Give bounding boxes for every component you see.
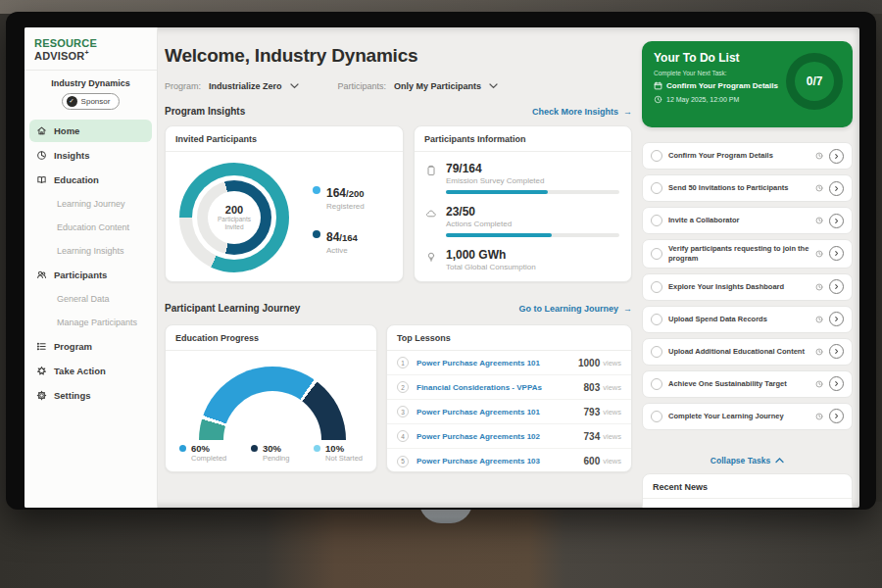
consumption-icon	[424, 248, 438, 271]
sidebar-item-education-content[interactable]: Education Content	[29, 217, 152, 238]
chevron-right-icon[interactable]	[829, 312, 844, 326]
chevron-up-icon	[775, 458, 784, 464]
todo-item[interactable]: Explore Your Insights Dashboard	[642, 273, 853, 301]
lesson-link[interactable]: Power Purchase Agreements 101	[416, 359, 578, 368]
main-content: Welcome, Industry Dynamics Program: Indu…	[165, 27, 632, 508]
chevron-right-icon[interactable]	[829, 279, 844, 294]
lesson-row: 2 Financial Considerations - VPPAs 803 v…	[387, 375, 631, 400]
legend-dot	[313, 186, 320, 194]
settings-icon	[36, 390, 47, 401]
sidebar-item-manage-participants[interactable]: Manage Participants	[29, 312, 152, 333]
page-title: Welcome, Industry Dynamics	[165, 45, 417, 67]
todo-item[interactable]: Achieve One Sustainability Target	[642, 370, 853, 398]
program-filter-label: Program:	[165, 81, 201, 91]
todo-item[interactable]: Send 50 Invitations to Participants	[642, 174, 853, 202]
chevron-right-icon[interactable]	[829, 246, 844, 261]
sidebar-item-participants[interactable]: Participants	[29, 264, 152, 286]
arrow-right-icon: →	[623, 304, 632, 314]
card-title: Participants Information	[415, 126, 631, 152]
sidebar-item-education[interactable]: Education	[29, 169, 152, 191]
collapse-tasks-link[interactable]: Collapse Tasks	[642, 456, 853, 466]
sidebar-item-take-action[interactable]: Take Action	[29, 360, 152, 382]
check-more-insights-link[interactable]: Check More Insights →	[532, 107, 632, 117]
todo-item[interactable]: Confirm Your Program Details	[642, 142, 853, 170]
dashboard-screen: RESOURCE ADVISOR+ Industry Dynamics ✓ Sp…	[24, 27, 859, 508]
participants-icon	[36, 270, 47, 280]
sidebar-item-general-data[interactable]: General Data	[29, 288, 152, 310]
actions-icon	[424, 205, 438, 237]
sponsor-badge: ✓ Sponsor	[62, 93, 121, 110]
insights-icon	[36, 150, 47, 161]
sidebar-item-label: Education	[54, 174, 99, 185]
metric-value: 79/164	[446, 162, 619, 175]
sidebar-item-learning-journey[interactable]: Learning Journey	[29, 193, 152, 215]
learning-journey-header: Participant Learning Journey Go to Learn…	[165, 303, 632, 314]
rank-badge: 1	[397, 357, 409, 368]
chevron-right-icon[interactable]	[829, 376, 844, 391]
lesson-row: 4 Power Purchase Agreements 102 734 view…	[387, 424, 631, 449]
lesson-row: 1 Power Purchase Agreements 101 1000 vie…	[387, 351, 631, 375]
clock-icon	[815, 152, 823, 160]
sidebar-item-home[interactable]: Home	[29, 120, 152, 142]
lesson-row: 3 Power Purchase Agreements 101 793 view…	[387, 400, 631, 424]
todo-item[interactable]: Verify participants requesting to join t…	[642, 239, 853, 269]
lesson-link[interactable]: Financial Considerations - VPPAs	[416, 383, 584, 392]
chevron-down-icon[interactable]	[489, 83, 498, 89]
section-title: Program Insights	[165, 106, 245, 117]
program-filter-value[interactable]: Industrialize Zero	[209, 81, 282, 91]
go-to-learning-journey-link[interactable]: Go to Learning Journey →	[518, 304, 632, 314]
checkbox[interactable]	[651, 411, 662, 422]
todo-item[interactable]: Invite a Collaborator	[642, 207, 853, 234]
todo-item[interactable]: Complete Your Learning Journey	[642, 403, 853, 430]
legend-completed: 60%Completed	[179, 443, 226, 463]
lesson-link[interactable]: Power Purchase Agreements 101	[416, 408, 584, 416]
survey-icon	[424, 162, 438, 194]
chevron-right-icon[interactable]	[829, 344, 844, 359]
chevron-right-icon[interactable]	[829, 149, 844, 164]
program-icon	[36, 341, 47, 352]
legend-pending: 30%Pending	[251, 443, 290, 463]
sidebar-item-label: Home	[54, 125, 79, 136]
gauge-center-value: 150	[199, 437, 346, 440]
sidebar-item-learning-insights[interactable]: Learning Insights	[29, 240, 152, 262]
education-progress-gauge: 150 Participants	[199, 367, 346, 440]
clock-icon	[815, 217, 823, 224]
chevron-right-icon[interactable]	[829, 409, 844, 423]
checkbox[interactable]	[651, 314, 662, 325]
chevron-down-icon[interactable]	[290, 83, 299, 89]
chevron-right-icon[interactable]	[829, 214, 844, 228]
checkbox[interactable]	[651, 248, 662, 260]
checkbox[interactable]	[651, 150, 662, 162]
sponsor-icon: ✓	[67, 96, 77, 107]
donut-center-value: 200	[225, 204, 243, 216]
participants-filter-value[interactable]: Only My Participants	[394, 81, 481, 91]
checkbox[interactable]	[651, 378, 662, 390]
checkbox[interactable]	[651, 215, 662, 226]
todo-item[interactable]: Upload Spend Data Records	[642, 306, 853, 333]
legend-registered: 164/200 Registered	[313, 183, 365, 211]
org-name: Industry Dynamics	[24, 78, 157, 88]
card-title: Education Progress	[166, 325, 376, 351]
donut-center-label: Participants Invited	[212, 216, 257, 231]
todo-item[interactable]: Upload Additional Educational Content	[642, 338, 853, 366]
sidebar-item-program[interactable]: Program	[29, 335, 152, 358]
metric-label: Total Global Consumption	[446, 263, 619, 271]
program-insights-header: Program Insights Check More Insights →	[165, 106, 632, 117]
checkbox[interactable]	[651, 281, 662, 293]
chevron-right-icon[interactable]	[829, 181, 844, 196]
legend-dot	[179, 445, 186, 452]
rank-badge: 5	[397, 456, 409, 467]
home-icon	[36, 125, 47, 136]
clock-icon	[815, 348, 823, 356]
section-title: Participant Learning Journey	[165, 303, 300, 314]
lesson-link[interactable]: Power Purchase Agreements 103	[416, 457, 584, 466]
sidebar-item-settings[interactable]: Settings	[29, 384, 152, 407]
sidebar-item-insights[interactable]: Insights	[29, 144, 152, 167]
metric-value: 1,000 GWh	[446, 248, 619, 262]
checkbox[interactable]	[651, 182, 662, 194]
checkbox[interactable]	[651, 346, 662, 358]
lesson-link[interactable]: Power Purchase Agreements 102	[416, 432, 584, 441]
clock-icon	[815, 380, 823, 388]
legend-dot	[314, 445, 320, 452]
card-title: Top Lessons	[387, 325, 631, 351]
